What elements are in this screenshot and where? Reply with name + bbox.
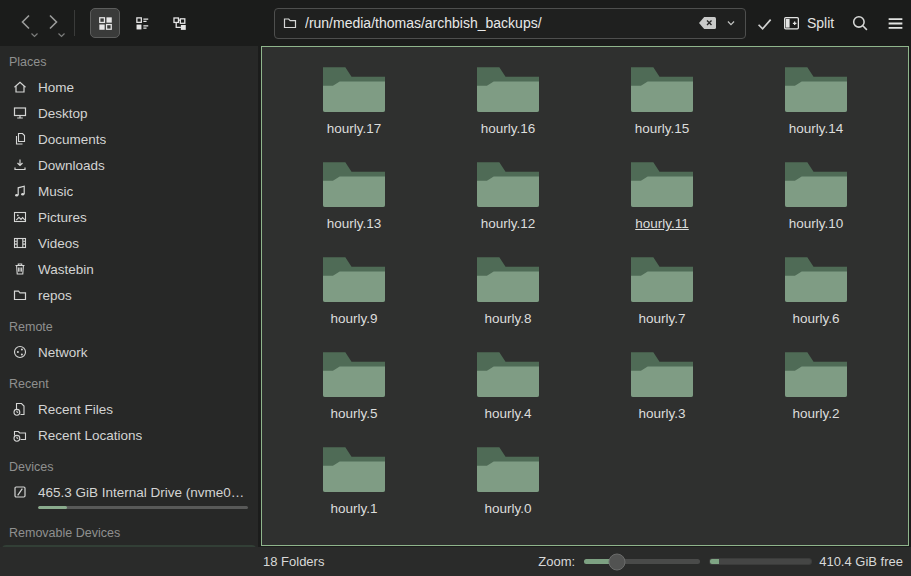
sidebar-item-desktop[interactable]: Desktop [2,100,256,126]
sidebar-section-title: Removable Devices [0,521,258,545]
folder-item[interactable]: hourly.3 [585,350,739,445]
folder-item-label: hourly.4 [484,406,531,421]
sidebar-item-465-3-gib-internal-drive-nvme0n1[interactable]: 465.3 GiB Internal Drive (nvme0n1... [2,479,256,505]
folder-item[interactable]: hourly.9 [277,255,431,350]
forward-history-caret-icon[interactable] [57,32,66,38]
details-view-icon [134,15,151,32]
folder-item[interactable]: hourly.5 [277,350,431,445]
sidebar-item-label: Documents [38,132,106,147]
free-space-label: 410.4 GiB free [819,554,903,569]
folder-item[interactable]: hourly.6 [739,255,893,350]
folder-item-label: hourly.15 [635,121,690,136]
sidebar-item-wastebin[interactable]: Wastebin [2,256,256,282]
folder-item[interactable]: hourly.13 [277,160,431,255]
file-manager-window: Split PlacesHomeDesktopDocumentsDownload… [0,0,911,576]
zoom-slider-handle[interactable] [608,553,625,570]
folder-item-label: hourly.11 [635,216,689,231]
sidebar-item-music[interactable]: Music [2,178,256,204]
folder-icon [323,255,385,302]
sidebar-section: Removable Devicesarchbish_backups [0,521,258,547]
split-view-button[interactable]: Split [782,14,834,33]
folder-icon [477,65,539,112]
folder-item[interactable]: hourly.7 [585,255,739,350]
sidebar-item-videos[interactable]: Videos [2,230,256,256]
folder-icon [477,445,539,492]
folder-item[interactable]: hourly.0 [431,445,585,540]
internal-drive-icon [12,484,28,500]
folder-item-label: hourly.10 [789,216,844,231]
sidebar-item-label: Videos [38,236,79,251]
folder-item[interactable]: hourly.8 [431,255,585,350]
folder-item[interactable]: hourly.2 [739,350,893,445]
zoom-slider[interactable] [584,559,700,564]
folder-item-label: hourly.5 [330,406,377,421]
sidebar-item-recent-files[interactable]: Recent Files [2,396,256,422]
search-icon[interactable] [850,13,870,33]
network-icon [12,344,28,360]
back-button[interactable] [12,7,39,39]
folder-item-label: hourly.8 [484,311,531,326]
downloads-icon [12,157,28,173]
split-view-icon [782,14,801,33]
folder-icon [323,160,385,207]
details-view-button[interactable] [127,8,157,38]
sidebar-item-documents[interactable]: Documents [2,126,256,152]
folder-icon [631,350,693,397]
folder-item[interactable]: hourly.12 [431,160,585,255]
forward-button[interactable] [39,7,66,39]
free-space-bar-fill [710,559,719,564]
folder-icon [323,65,385,112]
sidebar-item-pictures[interactable]: Pictures [2,204,256,230]
folder-item[interactable]: hourly.11 [585,160,739,255]
location-bar[interactable] [274,8,746,39]
folder-item[interactable]: hourly.1 [277,445,431,540]
folder-item[interactable]: hourly.16 [431,65,585,160]
folder-icon [12,287,28,303]
folder-item[interactable]: hourly.17 [277,65,431,160]
accept-location-icon[interactable] [755,14,774,33]
icons-view-button[interactable] [90,8,120,38]
tree-view-button[interactable] [164,8,194,38]
sidebar-section: PlacesHomeDesktopDocumentsDownloadsMusic… [0,50,258,308]
tree-view-icon [171,15,188,32]
sidebar-item-label: Pictures [38,210,87,225]
location-dropdown-icon[interactable] [724,16,738,30]
folder-item[interactable]: hourly.14 [739,65,893,160]
folder-item[interactable]: hourly.15 [585,65,739,160]
folder-icon [477,160,539,207]
folder-item-label: hourly.16 [481,121,536,136]
music-icon [12,183,28,199]
clear-location-icon[interactable] [698,16,717,30]
sidebar-item-repos[interactable]: repos [2,282,256,308]
folder-grid: hourly.17 hourly.16 hourly.15 hourly.14 … [262,47,908,545]
folder-icon [477,350,539,397]
sidebar-section-title: Places [0,50,258,74]
split-view-label: Split [807,15,834,31]
hamburger-menu-icon[interactable] [885,14,906,33]
folder-item-label: hourly.14 [789,121,844,136]
pictures-icon [12,209,28,225]
folder-item[interactable]: hourly.4 [431,350,585,445]
home-icon [12,79,28,95]
documents-icon [12,131,28,147]
folder-item-label: hourly.17 [327,121,382,136]
sidebar-item-recent-locations[interactable]: Recent Locations [2,422,256,448]
icons-view-icon [97,15,114,32]
recent-locations-icon [12,427,28,443]
folder-item-label: hourly.3 [638,406,685,421]
sidebar-section: RemoteNetwork [0,315,258,365]
folder-item[interactable]: hourly.10 [739,160,893,255]
folder-icon [631,160,693,207]
folder-item-label: hourly.7 [638,311,685,326]
folder-view[interactable]: hourly.17 hourly.16 hourly.15 hourly.14 … [261,46,909,546]
location-input[interactable] [305,15,691,31]
sidebar-item-label: Downloads [38,158,105,173]
sidebar-item-label: 465.3 GiB Internal Drive (nvme0n1... [38,485,250,500]
sidebar-item-network[interactable]: Network [2,339,256,365]
back-history-caret-icon[interactable] [30,32,39,38]
sidebar-item-downloads[interactable]: Downloads [2,152,256,178]
sidebar-item-home[interactable]: Home [2,74,256,100]
sidebar-section: RecentRecent FilesRecent Locations [0,372,258,448]
sidebar-item-label: Wastebin [38,262,94,277]
folder-icon [785,160,847,207]
